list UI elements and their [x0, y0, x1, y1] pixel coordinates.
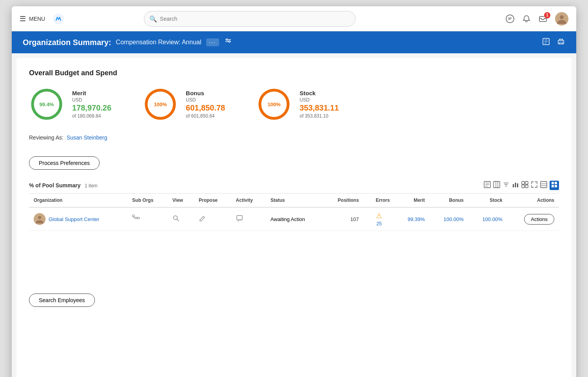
svg-rect-46: [132, 215, 134, 217]
merit-donut: 99.4%: [29, 87, 64, 122]
toolbar-export-icon[interactable]: [484, 181, 491, 190]
bonus-amount: 601,850.78: [186, 103, 225, 112]
stock-label: Stock: [299, 90, 339, 96]
workday-logo[interactable]: [51, 12, 65, 26]
svg-rect-34: [525, 181, 528, 184]
merit-amount: 178,970.26: [72, 103, 111, 112]
bonus-pct: 100.00%: [443, 216, 463, 222]
header-filter-icon[interactable]: [224, 37, 232, 48]
stock-pct: 100.00%: [482, 216, 502, 222]
td-activity: [231, 207, 266, 231]
col-bonus: Bonus: [430, 194, 468, 208]
propose-edit-icon[interactable]: [199, 216, 206, 223]
chat-button[interactable]: [506, 14, 514, 23]
actions-button[interactable]: Actions: [524, 214, 554, 225]
table-toolbar: [484, 181, 559, 190]
bonus-donut: 100%: [143, 87, 178, 122]
bonus-info: Bonus USD 601,850.78 of 601,850.64: [186, 90, 225, 119]
toolbar-chart-icon[interactable]: [512, 181, 519, 190]
budget-item-stock: 100% Stock USD 353,831.11 of 353,831.10: [256, 87, 339, 122]
bell-button[interactable]: [522, 14, 531, 23]
bonus-label: Bonus: [186, 90, 225, 96]
stock-amount: 353,831.11: [299, 103, 339, 112]
org-name[interactable]: Global Support Center: [49, 216, 99, 222]
col-actions: Actions: [507, 194, 559, 208]
search-employees-button[interactable]: Search Employees: [29, 294, 95, 307]
budget-item-merit: 99.4% Merit USD 178,970.26 of 180,068.84: [29, 87, 111, 122]
svg-rect-37: [541, 181, 547, 188]
stock-of: of 353,831.10: [299, 113, 339, 119]
td-errors: ⚠ 25: [364, 207, 395, 231]
svg-point-7: [229, 41, 230, 42]
toolbar-layout-icon[interactable]: [521, 181, 528, 190]
merit-currency: USD: [72, 97, 111, 103]
inbox-badge: 1: [544, 12, 550, 18]
pool-count: 1 item: [85, 183, 98, 188]
pool-summary-header: % of Pool Summary 1 item: [29, 181, 559, 190]
svg-rect-32: [517, 183, 518, 187]
merit-pct: 99.39%: [408, 216, 425, 222]
app-window: ☰ MENU 🔍 1: [12, 6, 576, 377]
status-badge: Awaiting Action: [270, 216, 305, 222]
svg-rect-36: [525, 185, 528, 188]
toolbar-expand-icon[interactable]: [531, 181, 538, 190]
inbox-button[interactable]: 1: [539, 14, 547, 23]
view-search-icon[interactable]: [172, 216, 180, 223]
toolbar-columns-icon[interactable]: [493, 181, 500, 190]
header-print-icon[interactable]: [557, 37, 565, 48]
svg-rect-31: [515, 183, 516, 187]
svg-rect-30: [513, 184, 514, 187]
stock-donut: 100%: [256, 87, 292, 122]
merit-of: of 180,068.84: [72, 113, 111, 119]
bonus-percent-label: 100%: [154, 102, 167, 107]
svg-rect-13: [559, 42, 563, 44]
svg-rect-42: [552, 185, 554, 187]
col-errors: Errors: [364, 194, 395, 208]
merit-info: Merit USD 178,970.26 of 180,068.84: [72, 90, 111, 119]
svg-rect-54: [237, 216, 242, 220]
td-positions: 107: [323, 207, 363, 231]
td-stock: 100.00%: [468, 207, 507, 231]
svg-rect-35: [522, 185, 524, 188]
td-view: [168, 207, 194, 231]
process-preferences-button[interactable]: Process Preferences: [29, 156, 100, 170]
stock-percent-label: 100%: [268, 102, 281, 107]
search-input[interactable]: [144, 11, 356, 27]
col-suborgs: Sub Orgs: [127, 194, 167, 208]
td-status: Awaiting Action: [266, 207, 323, 231]
merit-percent-label: 99.4%: [40, 102, 54, 107]
activity-comment-icon[interactable]: [236, 216, 243, 223]
svg-rect-33: [522, 181, 524, 184]
toolbar-filter-icon[interactable]: [503, 181, 510, 190]
svg-point-6: [226, 39, 228, 40]
budget-section-title: Overall Budget and Spend: [29, 69, 559, 77]
suborgs-icon[interactable]: [132, 216, 140, 223]
svg-point-45: [38, 216, 41, 219]
budget-item-bonus: 100% Bonus USD 601,850.78 of 601,850.64: [143, 87, 225, 122]
svg-rect-41: [555, 182, 557, 184]
error-count[interactable]: 25: [376, 221, 381, 227]
user-avatar[interactable]: [555, 12, 568, 25]
bonus-of: of 601,850.64: [186, 113, 225, 119]
svg-rect-24: [494, 181, 500, 188]
header-export-icon[interactable]: [542, 37, 550, 48]
svg-line-53: [177, 219, 179, 221]
header-bar: Organization Summary: Compensation Revie…: [12, 31, 576, 53]
header-more-button[interactable]: ···: [206, 38, 220, 46]
toolbar-grid-view-icon[interactable]: [550, 181, 559, 190]
menu-button[interactable]: ☰ MENU: [20, 14, 45, 23]
pool-title: % of Pool Summary: [29, 182, 80, 188]
top-nav: ☰ MENU 🔍 1: [12, 6, 576, 31]
col-status: Status: [266, 194, 323, 208]
toolbar-list-view-icon[interactable]: [540, 181, 547, 190]
col-merit: Merit: [394, 194, 429, 208]
col-organization: Organization: [29, 194, 127, 208]
td-actions: Actions: [507, 207, 559, 231]
col-propose: Propose: [194, 194, 231, 208]
main-content: Overall Budget and Spend 99.4% Merit USD…: [16, 58, 572, 377]
reviewing-name[interactable]: Susan Steinberg: [67, 134, 107, 141]
td-organization: Global Support Center: [29, 207, 127, 231]
org-avatar: [34, 213, 45, 225]
pool-summary-table: Organization Sub Orgs View Propose Activ…: [29, 193, 559, 231]
col-stock: Stock: [468, 194, 507, 208]
